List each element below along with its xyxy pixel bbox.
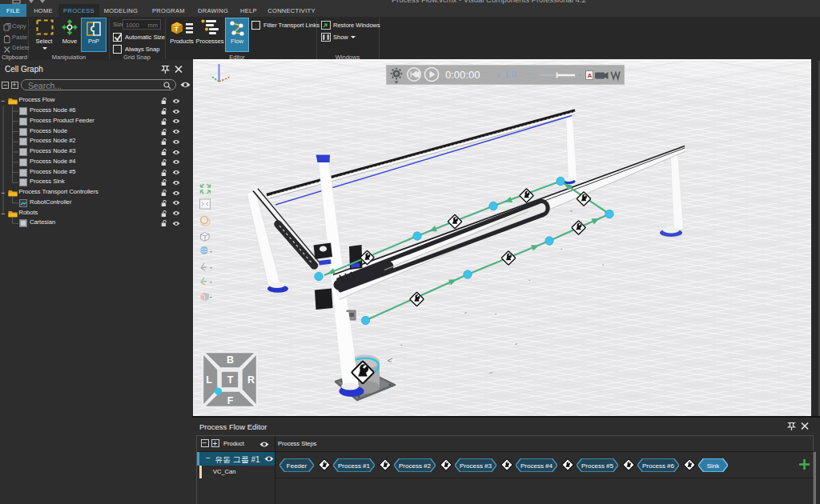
svg-text:R: R xyxy=(247,374,255,386)
svg-text:Process #6: Process #6 xyxy=(642,462,675,470)
svg-text:1.0: 1.0 xyxy=(504,70,517,79)
svg-text:0:00:00: 0:00:00 xyxy=(445,69,480,81)
svg-text:Process #2: Process #2 xyxy=(399,462,432,470)
svg-text:×: × xyxy=(496,71,500,79)
svg-text:B: B xyxy=(227,354,234,366)
svg-text:Feeder: Feeder xyxy=(287,462,308,470)
svg-text:Process #1: Process #1 xyxy=(338,462,371,470)
svg-text:T: T xyxy=(175,26,179,33)
svg-text:Process #5: Process #5 xyxy=(581,462,614,470)
svg-text:+: + xyxy=(577,71,581,79)
svg-text:Process #4: Process #4 xyxy=(521,462,553,470)
svg-text:A: A xyxy=(588,72,593,79)
svg-text:Process #3: Process #3 xyxy=(460,462,492,470)
svg-text:F: F xyxy=(227,395,234,406)
svg-text:Sink: Sink xyxy=(707,462,721,470)
svg-text:L: L xyxy=(206,374,212,386)
svg-text:T: T xyxy=(227,374,234,386)
